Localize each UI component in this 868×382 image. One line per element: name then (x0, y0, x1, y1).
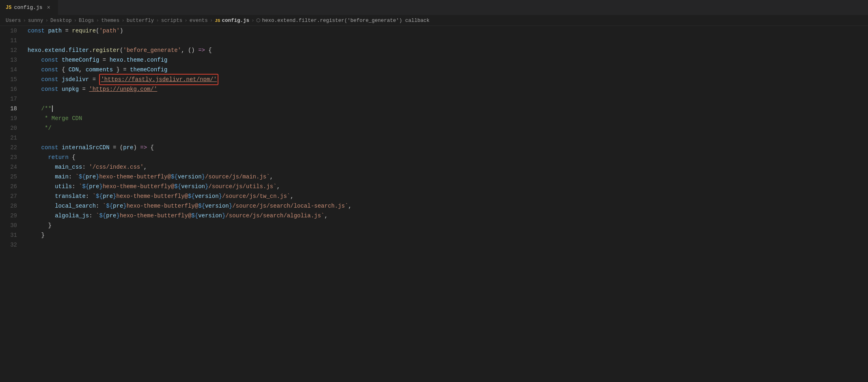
code-line-26: utils: `${pre}hexo-theme-butterfly@${ver… (28, 182, 868, 191)
ln-23: 23 (0, 152, 17, 162)
bc-butterfly: butterfly (127, 18, 154, 24)
token: . (65, 45, 68, 55)
token: register (93, 45, 120, 55)
ln-28: 28 (0, 201, 17, 211)
token: } (99, 182, 102, 191)
token: , (79, 65, 86, 75)
bc-sep-9: › (251, 18, 255, 24)
code-area[interactable]: const path = require('path') hexo.extend… (24, 26, 868, 382)
token: . (41, 45, 45, 55)
token: main_css (55, 162, 82, 172)
token: hexo-theme-butterfly@ (120, 211, 191, 221)
token: hexo-theme-butterfly@ (127, 201, 198, 211)
token: ${ (99, 211, 106, 221)
token: version (198, 211, 222, 221)
token (28, 172, 55, 182)
token (28, 162, 55, 172)
token: { (147, 143, 154, 152)
code-line-17 (28, 94, 868, 104)
token: { (62, 65, 69, 75)
token: ${ (106, 201, 113, 211)
token: = (99, 55, 109, 65)
token: pre (123, 143, 133, 152)
tab-bar: JS config.js × (0, 0, 868, 15)
tab-close-button[interactable]: × (45, 4, 52, 11)
token: filter (69, 45, 89, 55)
token (28, 104, 41, 114)
token (28, 211, 55, 221)
token: } (222, 211, 225, 221)
token (28, 55, 41, 65)
token: hexo (28, 45, 41, 55)
code-line-19: * Merge CDN (28, 114, 868, 123)
token: = (79, 84, 89, 94)
token: } (219, 191, 222, 201)
token: * Merge CDN (41, 114, 82, 123)
token: hexo-theme-butterfly@ (103, 182, 174, 191)
token (28, 152, 48, 162)
token: main (55, 172, 69, 182)
ln-18: 18 (0, 104, 17, 114)
bc-sep-2: › (45, 18, 49, 24)
token: = ( (110, 143, 123, 152)
token: ` (103, 201, 106, 211)
token: : (96, 201, 103, 211)
bc-hex-icon: ⬡ (256, 17, 260, 24)
token: */ (41, 123, 52, 133)
token: CDN (69, 65, 79, 75)
token: { (205, 45, 212, 55)
token: ${ (171, 172, 178, 182)
token: { (69, 152, 76, 162)
token: themeConfig (62, 55, 99, 65)
ln-21: 21 (0, 133, 17, 143)
code-line-13: const themeConfig = hexo.theme.config (28, 55, 868, 65)
ln-20: 20 (0, 123, 17, 133)
tab-config-js[interactable]: JS config.js × (0, 0, 58, 15)
token: version (178, 172, 202, 182)
tab-filename: config.js (14, 4, 42, 11)
token: } (113, 191, 116, 201)
token: , (276, 182, 280, 191)
token: ${ (79, 172, 86, 182)
code-line-25: main: `${pre}hexo-theme-butterfly@${vers… (28, 172, 868, 182)
token: require (72, 26, 96, 36)
ln-31: 31 (0, 230, 17, 240)
bc-sep-3: › (74, 18, 77, 24)
token: ${ (82, 182, 89, 191)
ln-13: 13 (0, 55, 17, 65)
token: ${ (174, 182, 181, 191)
token: } (205, 182, 208, 191)
token: hexo (110, 55, 123, 65)
bc-blogs: Blogs (79, 18, 94, 24)
token: algolia_js (55, 211, 89, 221)
token: ( (120, 45, 123, 55)
ln-14: 14 (0, 65, 17, 75)
token: 'https://fastly.jsdelivr.net/npm/' (101, 76, 217, 83)
bc-callback: hexo.extend.filter.register('before_gene… (262, 18, 430, 24)
bc-desktop: Desktop (50, 18, 72, 24)
bc-sep-4: › (96, 18, 99, 24)
token: . (144, 55, 147, 65)
code-line-21 (28, 133, 868, 143)
token: version (195, 191, 219, 201)
token: '/css/index.css' (89, 162, 143, 172)
token: , (270, 172, 273, 182)
token: pre (86, 172, 96, 182)
token: return (48, 152, 68, 162)
token: version (205, 201, 229, 211)
code-line-15: const jsdelivr = 'https://fastly.jsdeliv… (28, 75, 868, 84)
token: const (41, 75, 62, 84)
code-line-18: /** (28, 104, 868, 114)
token: ${ (198, 201, 205, 211)
token: unpkg (62, 84, 79, 94)
token (28, 182, 55, 191)
token: , (348, 201, 352, 211)
token: , () (181, 45, 198, 55)
bc-sunny: sunny (28, 18, 43, 24)
token: extend (45, 45, 65, 55)
token: version (181, 182, 205, 191)
ln-25: 25 (0, 172, 17, 182)
token: theme (127, 55, 144, 65)
token: ${ (96, 191, 103, 201)
token (28, 191, 55, 201)
